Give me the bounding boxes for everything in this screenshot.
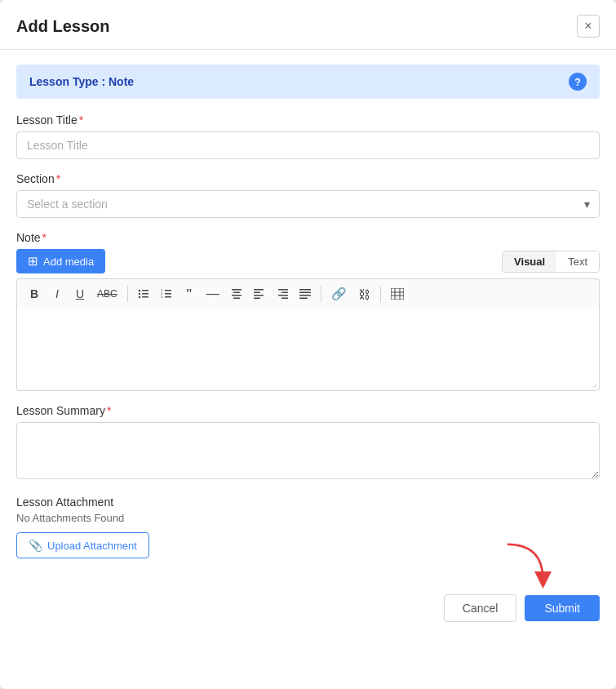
section-label: Section* bbox=[16, 172, 600, 185]
svg-rect-18 bbox=[254, 295, 264, 296]
attachment-label: Lesson Attachment bbox=[16, 496, 600, 509]
svg-point-0 bbox=[138, 290, 140, 291]
svg-rect-28 bbox=[391, 288, 404, 300]
unlink-button[interactable]: ⛓ bbox=[353, 284, 375, 304]
svg-rect-24 bbox=[299, 289, 311, 291]
italic-button[interactable]: I bbox=[47, 284, 68, 304]
bold-button[interactable]: B bbox=[24, 284, 45, 304]
svg-point-4 bbox=[138, 296, 140, 298]
svg-rect-3 bbox=[142, 293, 148, 295]
modal-title: Add Lesson bbox=[16, 17, 109, 36]
svg-rect-27 bbox=[299, 298, 308, 300]
svg-rect-26 bbox=[299, 295, 311, 296]
lesson-summary-field: Lesson Summary* bbox=[16, 404, 600, 496]
lesson-type-bar: Lesson Type : Note ? bbox=[16, 64, 600, 99]
horizontal-rule-button[interactable]: — bbox=[202, 284, 224, 304]
visual-text-tabs: Visual Text bbox=[502, 251, 600, 273]
section-select[interactable]: Select a section bbox=[16, 190, 600, 218]
svg-rect-21 bbox=[281, 292, 288, 294]
svg-rect-22 bbox=[278, 295, 288, 296]
svg-rect-14 bbox=[232, 295, 242, 296]
table-button[interactable] bbox=[386, 284, 409, 304]
toolbar-divider-1 bbox=[127, 286, 128, 302]
modal-header: Add Lesson × bbox=[0, 0, 616, 50]
svg-rect-16 bbox=[254, 289, 264, 291]
toolbar-divider-3 bbox=[380, 286, 381, 302]
ordered-list-button[interactable]: 1.2.3. bbox=[156, 284, 177, 304]
text-tab[interactable]: Text bbox=[556, 251, 599, 272]
svg-rect-15 bbox=[233, 298, 240, 300]
add-media-button[interactable]: ⊞ Add media bbox=[16, 249, 105, 273]
svg-rect-9 bbox=[165, 293, 171, 295]
align-right-button[interactable] bbox=[272, 284, 293, 304]
modal-body: Lesson Type : Note ? Lesson Title* Secti… bbox=[0, 50, 616, 586]
svg-point-2 bbox=[138, 293, 140, 295]
lesson-summary-label: Lesson Summary* bbox=[16, 404, 600, 417]
underline-button[interactable]: U bbox=[69, 284, 91, 304]
lesson-title-field: Lesson Title* bbox=[16, 113, 600, 172]
no-attachment-text: No Attachments Found bbox=[16, 512, 600, 524]
svg-rect-17 bbox=[254, 292, 260, 294]
lesson-title-label: Lesson Title* bbox=[16, 113, 600, 127]
svg-rect-7 bbox=[165, 290, 171, 291]
upload-attachment-button[interactable]: 📎 Upload Attachment bbox=[16, 532, 149, 558]
attachment-section: Lesson Attachment No Attachments Found 📎… bbox=[16, 496, 600, 558]
section-select-wrapper: Select a section ▾ bbox=[16, 190, 600, 218]
visual-tab[interactable]: Visual bbox=[503, 251, 556, 272]
blockquote-button[interactable]: " bbox=[179, 284, 200, 304]
unordered-list-button[interactable] bbox=[133, 284, 154, 304]
modal-footer: Cancel Submit bbox=[0, 586, 616, 622]
close-button[interactable]: × bbox=[577, 15, 600, 38]
svg-rect-23 bbox=[281, 298, 288, 300]
paperclip-icon: 📎 bbox=[29, 539, 42, 552]
note-toolbar-top: ⊞ Add media Visual Text bbox=[16, 249, 600, 273]
svg-rect-20 bbox=[278, 289, 288, 291]
lesson-type-text: Lesson Type : Note bbox=[29, 75, 134, 88]
lesson-summary-textarea[interactable] bbox=[16, 422, 600, 479]
align-center-button[interactable] bbox=[226, 284, 247, 304]
note-editor[interactable] bbox=[17, 309, 599, 390]
svg-rect-19 bbox=[254, 298, 260, 300]
editor-area: ⌟ bbox=[16, 309, 600, 391]
section-field: Section* Select a section ▾ bbox=[16, 172, 600, 218]
media-icon: ⊞ bbox=[28, 254, 38, 269]
lesson-title-input[interactable] bbox=[16, 131, 600, 159]
strikethrough-button[interactable]: ABC bbox=[92, 284, 122, 304]
svg-rect-5 bbox=[142, 296, 148, 298]
editor-toolbar: B I U ABC 1.2.3. " — bbox=[16, 278, 600, 309]
svg-rect-25 bbox=[299, 292, 311, 294]
align-left-button[interactable] bbox=[249, 284, 270, 304]
resize-handle[interactable]: ⌟ bbox=[592, 377, 597, 389]
link-button[interactable]: 🔗 bbox=[326, 284, 352, 304]
submit-button[interactable]: Submit bbox=[525, 595, 600, 621]
svg-rect-13 bbox=[233, 292, 240, 294]
add-lesson-modal: Add Lesson × Lesson Type : Note ? Lesson… bbox=[0, 0, 616, 689]
help-icon[interactable]: ? bbox=[569, 73, 587, 91]
cancel-button[interactable]: Cancel bbox=[444, 594, 517, 622]
note-section: Note* ⊞ Add media Visual Text B I U ABC bbox=[16, 231, 600, 391]
note-label: Note* bbox=[16, 231, 600, 244]
svg-text:3.: 3. bbox=[161, 295, 163, 299]
align-justify-button[interactable] bbox=[295, 284, 316, 304]
svg-rect-1 bbox=[142, 290, 148, 291]
svg-rect-12 bbox=[232, 289, 242, 291]
toolbar-divider-2 bbox=[321, 286, 321, 302]
svg-rect-11 bbox=[165, 296, 171, 298]
